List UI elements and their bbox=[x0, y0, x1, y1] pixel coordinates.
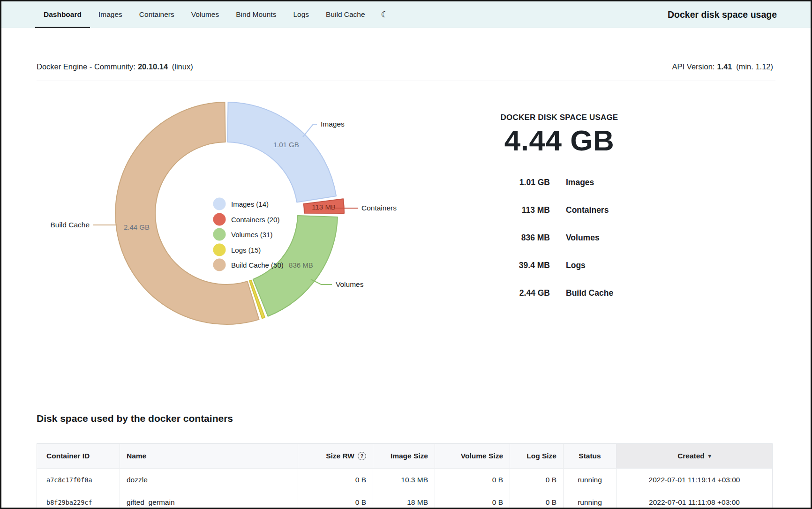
top-navigation-bar: Dashboard Images Containers Volumes Bind… bbox=[1, 1, 811, 28]
legend-swatch-logs bbox=[213, 244, 226, 256]
column-header-status[interactable]: Status bbox=[563, 444, 616, 468]
tab-logs[interactable]: Logs bbox=[285, 1, 317, 28]
summary-heading: DOCKER DISK SPACE USAGE bbox=[451, 113, 667, 122]
cell-name: gifted_germain bbox=[120, 491, 298, 509]
legend-swatch-build-cache bbox=[213, 259, 226, 271]
tab-build-cache[interactable]: Build Cache bbox=[317, 1, 374, 28]
summary-size: 113 MB bbox=[451, 205, 550, 215]
summary-list: 1.01 GB Images 113 MB Containers 836 MB … bbox=[451, 177, 667, 299]
cell-log-size: 0 B bbox=[510, 491, 563, 509]
disk-usage-summary: DOCKER DISK SPACE USAGE 4.44 GB 1.01 GB … bbox=[451, 113, 667, 315]
api-version-text: API Version:1.41 (min. 1.12) bbox=[672, 62, 775, 71]
legend-item-volumes[interactable]: Volumes (31) bbox=[213, 228, 273, 241]
engine-version: 20.10.14 bbox=[138, 62, 168, 71]
engine-platform: (linux) bbox=[172, 62, 193, 71]
cell-size-rw: 0 B bbox=[298, 491, 373, 509]
divider bbox=[37, 81, 775, 81]
callout-label-containers: Containers bbox=[361, 204, 397, 212]
legend-item-containers[interactable]: Containers (20) bbox=[213, 213, 280, 226]
summary-size: 836 MB bbox=[451, 233, 550, 243]
size-rw-label: Size RW bbox=[326, 452, 354, 460]
legend-label-images: Images (14) bbox=[231, 200, 269, 208]
summary-label: Containers bbox=[566, 205, 609, 215]
legend-label-logs: Logs (15) bbox=[231, 246, 261, 254]
callout-line-images bbox=[303, 124, 317, 137]
table-row[interactable]: b8f29ba229cf gifted_germain 0 B 18 MB 0 … bbox=[37, 491, 772, 509]
cell-name: dozzle bbox=[120, 469, 298, 491]
cell-created: 2022-07-01 11:11:08 +03:00 bbox=[616, 491, 772, 509]
summary-size: 1.01 GB bbox=[451, 178, 550, 187]
column-header-log-size[interactable]: Log Size bbox=[510, 444, 563, 468]
tab-dashboard[interactable]: Dashboard bbox=[35, 1, 90, 28]
summary-label: Volumes bbox=[566, 233, 600, 243]
summary-total: 4.44 GB bbox=[451, 124, 667, 157]
engine-info-row: Docker Engine - Community:20.10.14 (linu… bbox=[37, 62, 775, 71]
legend-item-logs[interactable]: Logs (15) bbox=[213, 244, 261, 256]
engine-version-text: Docker Engine - Community:20.10.14 (linu… bbox=[37, 62, 195, 71]
donut-chart-svg: 1.01 GBImages113 MBContainers836 MBVolum… bbox=[37, 93, 402, 346]
cell-log-size: 0 B bbox=[510, 469, 563, 491]
column-header-volume-size[interactable]: Volume Size bbox=[435, 444, 510, 468]
summary-row-volumes: 836 MB Volumes bbox=[451, 232, 667, 243]
table-row[interactable]: a7c8c17f0f0a dozzle 0 B 10.3 MB 0 B 0 B … bbox=[37, 468, 772, 491]
containers-table: Container ID Name Size RW ? Image Size V… bbox=[37, 443, 773, 509]
legend-swatch-images bbox=[213, 198, 226, 210]
summary-size: 39.4 MB bbox=[451, 261, 550, 270]
summary-row-containers: 113 MB Containers bbox=[451, 204, 667, 216]
api-minimum: (min. 1.12) bbox=[736, 62, 773, 71]
callout-label-volumes: Volumes bbox=[336, 280, 364, 288]
slice-size-label-images: 1.01 GB bbox=[273, 141, 299, 149]
tab-volumes[interactable]: Volumes bbox=[183, 1, 227, 28]
disk-usage-donut-chart: 1.01 GBImages113 MBContainers836 MBVolum… bbox=[37, 93, 402, 346]
tab-bind-mounts[interactable]: Bind Mounts bbox=[227, 1, 285, 28]
legend-label-containers: Containers (20) bbox=[231, 216, 279, 224]
table-header-row: Container ID Name Size RW ? Image Size V… bbox=[37, 444, 772, 468]
cell-created: 2022-07-01 11:19:14 +03:00 bbox=[616, 469, 772, 491]
cell-container-id: b8f29ba229cf bbox=[37, 491, 120, 509]
cell-container-id: a7c8c17f0f0a bbox=[37, 469, 120, 491]
api-label: API Version: bbox=[672, 62, 715, 71]
column-header-size-rw[interactable]: Size RW ? bbox=[298, 444, 373, 468]
cell-size-rw: 0 B bbox=[298, 469, 373, 491]
page-title: Docker disk space usage bbox=[668, 1, 811, 28]
summary-row-build-cache: 2.44 GB Build Cache bbox=[451, 287, 667, 299]
summary-size: 2.44 GB bbox=[451, 288, 550, 298]
donut-slice-images[interactable] bbox=[227, 102, 336, 202]
cell-status: running bbox=[563, 469, 616, 491]
summary-label: Images bbox=[566, 178, 594, 187]
slice-size-label-containers: 113 MB bbox=[312, 203, 336, 211]
tab-containers[interactable]: Containers bbox=[131, 1, 183, 28]
sort-descending-icon: ▾ bbox=[708, 453, 711, 459]
summary-label: Logs bbox=[566, 261, 586, 270]
slice-size-label-volumes: 836 MB bbox=[289, 261, 313, 269]
summary-row-images: 1.01 GB Images bbox=[451, 177, 667, 188]
engine-label: Docker Engine - Community: bbox=[37, 62, 135, 71]
help-icon[interactable]: ? bbox=[358, 452, 366, 460]
callout-label-build-cache: Build Cache bbox=[50, 221, 90, 229]
cell-image-size: 18 MB bbox=[373, 491, 435, 509]
cell-image-size: 10.3 MB bbox=[373, 469, 435, 491]
legend-swatch-containers bbox=[213, 213, 226, 226]
legend-label-volumes: Volumes (31) bbox=[231, 231, 272, 239]
legend-item-images[interactable]: Images (14) bbox=[213, 198, 269, 210]
legend-label-build-cache: Build Cache (50) bbox=[231, 261, 284, 269]
cell-volume-size: 0 B bbox=[435, 469, 510, 491]
tab-images[interactable]: Images bbox=[90, 1, 131, 28]
app-window: Dashboard Images Containers Volumes Bind… bbox=[0, 0, 812, 509]
column-header-name[interactable]: Name bbox=[120, 444, 298, 468]
column-header-image-size[interactable]: Image Size bbox=[373, 444, 435, 468]
containers-section-heading: Disk space used by the docker containers bbox=[37, 413, 233, 424]
created-label: Created bbox=[677, 452, 705, 460]
callout-label-images: Images bbox=[321, 120, 345, 128]
cell-status: running bbox=[563, 491, 616, 509]
summary-label: Build Cache bbox=[566, 288, 613, 298]
moon-icon[interactable]: ☾ bbox=[374, 1, 396, 28]
summary-row-logs: 39.4 MB Logs bbox=[451, 260, 667, 271]
api-version: 1.41 bbox=[717, 62, 732, 71]
column-header-container-id[interactable]: Container ID bbox=[37, 444, 120, 468]
legend-swatch-volumes bbox=[213, 228, 226, 241]
slice-size-label-build-cache: 2.44 GB bbox=[124, 223, 150, 231]
column-header-created[interactable]: Created ▾ bbox=[616, 444, 772, 468]
cell-volume-size: 0 B bbox=[435, 491, 510, 509]
